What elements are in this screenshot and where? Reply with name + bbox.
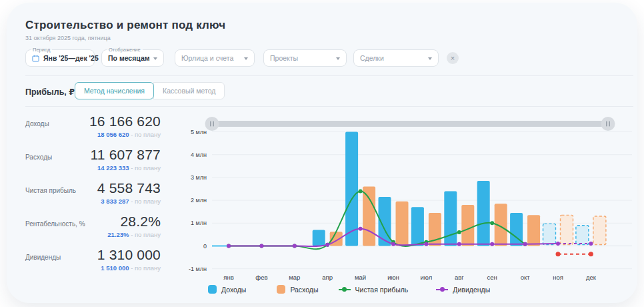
y-axis-tick: 0 xyxy=(203,243,207,250)
period-filter[interactable]: Период Янв '25—дек '25 xyxy=(25,49,95,67)
x-axis-tick: янв xyxy=(223,274,233,281)
x-axis-tick: май xyxy=(355,274,366,281)
legend-item-income[interactable]: Доходы xyxy=(208,285,246,294)
metric-value: 16 166 620 xyxy=(89,113,161,129)
deals-placeholder: Сделки xyxy=(360,54,384,62)
metric-profitability: Рентабельность, % 28.2% 21.23% - по план… xyxy=(25,214,161,238)
x-axis-tick: окт xyxy=(521,274,531,281)
metric-dividends: Дивиденды 1 310 000 1 510 000 - по плану xyxy=(25,247,161,272)
legend-item-expenses[interactable]: Расходы xyxy=(277,285,318,294)
period-filter-label: Период xyxy=(31,47,52,53)
x-axis-tick: апр xyxy=(322,274,333,281)
x-axis-tick: мар xyxy=(289,274,300,281)
income-swatch-icon xyxy=(208,285,217,294)
plan-value: 14 223 333 xyxy=(97,164,129,172)
x-axis-tick: авг xyxy=(455,274,464,281)
chevron-down-icon xyxy=(153,57,157,62)
profit-method-tabs: Метод начисления Кассовый метод xyxy=(75,82,225,99)
metric-label: Доходы xyxy=(25,120,49,127)
page-title: Строительство и ремонт под ключ xyxy=(25,19,225,32)
plan-bar-expenses xyxy=(561,215,573,244)
display-mode-value: По месяцам xyxy=(108,54,150,62)
legend-item-dividends[interactable]: Дивиденды xyxy=(436,286,490,294)
metric-income: Доходы 16 166 620 18 056 620 - по плану xyxy=(25,113,161,138)
legend-item-net-profit[interactable]: Чистая прибыль xyxy=(339,286,409,294)
tab-accrual-method[interactable]: Метод начисления xyxy=(75,82,154,99)
metric-label: Дивиденды xyxy=(25,254,61,261)
y-axis-tick: 4 млн xyxy=(191,151,207,158)
deals-select[interactable]: Сделки xyxy=(353,49,439,67)
chevron-down-icon xyxy=(428,57,432,62)
metric-value: 11 607 877 xyxy=(90,147,161,163)
x-axis-tick: дек xyxy=(586,274,597,281)
plan-value: 1 510 000 xyxy=(101,264,129,272)
range-slider[interactable] xyxy=(205,117,615,131)
plan-value: 18 056 620 xyxy=(97,131,129,138)
bars-expenses xyxy=(330,187,606,246)
entities-accounts-select[interactable]: Юрлица и счета xyxy=(175,49,255,67)
dividends-line-icon xyxy=(436,289,448,290)
profit-section-title: Прибыль, ₽ xyxy=(25,87,75,97)
y-axis-tick: 2 млн xyxy=(191,197,207,204)
y-axis-tick: 5 млн xyxy=(191,129,207,135)
plan-suffix: - по плану xyxy=(131,131,161,138)
metric-label: Расходы xyxy=(25,154,52,161)
plan-suffix: - по плану xyxy=(131,198,161,205)
y-axis-tick: 1 млн xyxy=(191,220,207,226)
plan-value: 21.23% xyxy=(107,231,129,238)
metric-value: 28.2% xyxy=(120,214,161,230)
legend-label: Дивиденды xyxy=(453,286,490,294)
x-axis-tick: сен xyxy=(487,274,497,281)
display-mode-label: Отображение xyxy=(107,47,143,53)
metrics-panel: Доходы 16 166 620 18 056 620 - по плану … xyxy=(25,113,161,272)
chart-legend: Доходы Расходы Чистая прибыль Дивиденды xyxy=(208,285,490,294)
legend-label: Доходы xyxy=(221,286,246,294)
calendar-icon xyxy=(32,55,39,62)
slider-handle-right[interactable] xyxy=(601,117,615,131)
plan-suffix: - по плану xyxy=(131,231,161,238)
plan-suffix: - по плану xyxy=(131,164,161,172)
entities-accounts-placeholder: Юрлица и счета xyxy=(181,54,233,62)
projects-placeholder: Проекты xyxy=(270,54,298,62)
chevron-down-icon xyxy=(244,57,248,62)
line-net-profit-plan xyxy=(556,252,593,256)
legend-label: Расходы xyxy=(290,286,318,294)
y-axis-tick: -1 млн xyxy=(189,266,207,272)
x-axis-tick: фев xyxy=(255,274,267,281)
plan-value: 3 833 287 xyxy=(101,198,129,205)
x-axis-labels: янвфевмарапрмайиюниюлавгсеноктноядек xyxy=(223,274,596,281)
projects-select[interactable]: Проекты xyxy=(263,49,347,67)
metric-label: Рентабельность, % xyxy=(25,220,85,228)
plan-bar-income xyxy=(576,226,589,245)
profit-chart: 5 млн4 млн3 млн2 млн1 млн0-1 млнянвфевма… xyxy=(187,115,637,302)
x-axis-tick: июн xyxy=(387,274,399,281)
metric-label: Чистая прибыль xyxy=(25,187,76,194)
tab-cash-method[interactable]: Кассовый метод xyxy=(153,82,225,99)
plan-suffix: - по плану xyxy=(131,264,161,272)
plan-bar-income xyxy=(543,224,556,244)
x-axis-tick: ноя xyxy=(553,274,563,281)
close-icon: × xyxy=(451,54,455,62)
divider xyxy=(25,106,633,107)
gridlines: 5 млн4 млн3 млн2 млн1 млн0-1 млн xyxy=(189,129,632,272)
divider xyxy=(25,75,633,76)
legend-label: Чистая прибыль xyxy=(355,286,409,294)
bars-income xyxy=(313,132,589,246)
metric-expenses: Расходы 11 607 877 14 223 333 - по плану xyxy=(25,147,161,172)
metric-value: 1 310 000 xyxy=(97,247,161,263)
x-axis-tick: июл xyxy=(421,274,433,281)
expenses-swatch-icon xyxy=(277,285,285,294)
y-axis-tick: 3 млн xyxy=(191,174,207,181)
metric-value: 4 558 743 xyxy=(97,180,161,196)
metric-net-profit: Чистая прибыль 4 558 743 3 833 287 - по … xyxy=(25,180,161,205)
page-date: 31 октября 2025 года, пятница xyxy=(25,35,111,41)
plan-bar-expenses xyxy=(593,216,606,244)
period-filter-value: Янв '25—дек '25 xyxy=(43,54,99,62)
clear-filters-button[interactable]: × xyxy=(447,52,459,64)
chevron-down-icon xyxy=(336,57,340,62)
slider-handle-left[interactable] xyxy=(205,117,219,131)
display-mode-select[interactable]: Отображение По месяцам xyxy=(101,49,164,67)
net-profit-line-icon xyxy=(339,289,351,290)
